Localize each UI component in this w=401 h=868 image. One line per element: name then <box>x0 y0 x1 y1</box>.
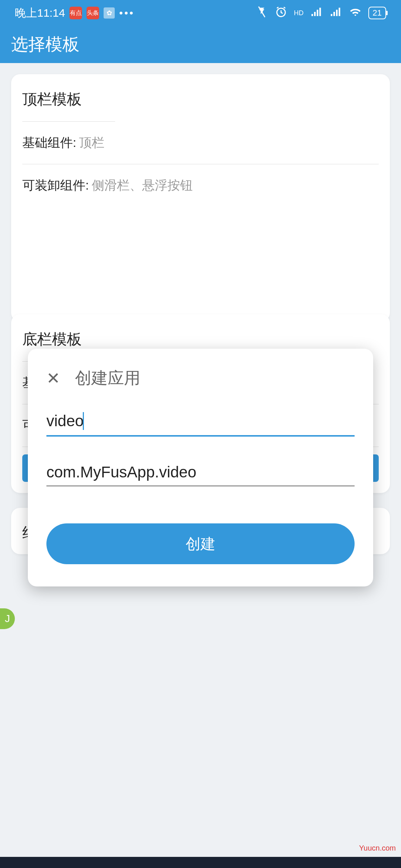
dialog-header: ✕ 创建应用 <box>46 367 355 389</box>
wifi-icon <box>349 6 362 21</box>
input-text: video <box>46 412 84 430</box>
nav-bar <box>0 857 401 868</box>
dialog-title: 创建应用 <box>75 367 140 389</box>
notif-badge-1: 有点 <box>69 7 82 19</box>
hd-icon: HD <box>294 9 304 17</box>
app-name-input-wrap: video <box>46 408 355 437</box>
close-icon[interactable]: ✕ <box>46 369 60 388</box>
app-bar: 选择模板 <box>0 26 401 63</box>
app-name-input[interactable]: video <box>46 408 355 437</box>
watermark: Yuucn.com <box>359 844 396 852</box>
battery-icon: 21 <box>368 7 386 19</box>
mute-icon <box>255 6 268 21</box>
status-left: 晚上11:14 有点 头条 ✿ ••• <box>15 6 135 21</box>
package-name-input[interactable] <box>46 459 355 486</box>
gear-icon: ✿ <box>104 7 115 19</box>
alarm-icon <box>275 6 287 21</box>
package-input-wrap <box>46 459 355 486</box>
status-bar: 晚上11:14 有点 头条 ✿ ••• HD 21 <box>0 0 401 26</box>
create-app-dialog: ✕ 创建应用 video 创建 <box>28 349 373 586</box>
status-time: 晚上11:14 <box>15 6 65 21</box>
notif-badge-2: 头条 <box>87 7 99 19</box>
signal-icon-1 <box>310 6 323 21</box>
dialog-create-button[interactable]: 创建 <box>46 523 355 564</box>
more-dots-icon: ••• <box>119 7 134 19</box>
page-title: 选择模板 <box>11 33 79 56</box>
dialog-overlay: ✕ 创建应用 video 创建 <box>0 63 401 868</box>
battery-level: 21 <box>373 8 382 18</box>
text-cursor <box>83 412 84 430</box>
status-right: HD 21 <box>255 6 386 21</box>
signal-icon-2 <box>330 6 342 21</box>
